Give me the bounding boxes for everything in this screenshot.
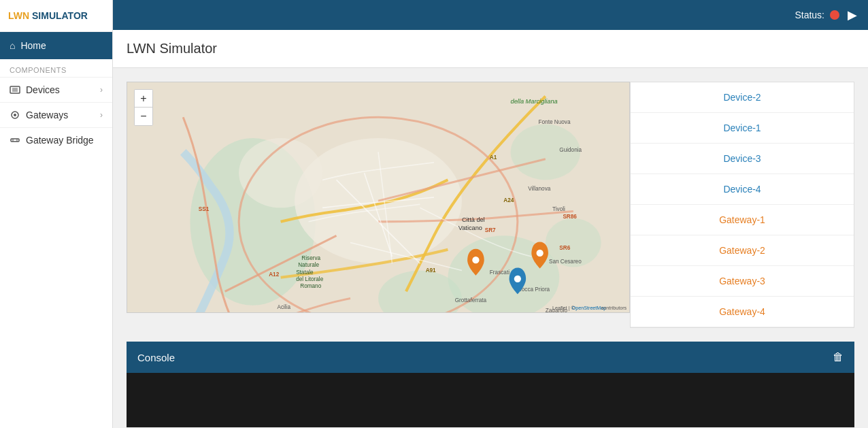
status-dot [830,10,839,20]
app-logo: LWN SIMULATOR [0,0,112,32]
svg-text:della Marcigliana: della Marcigliana [511,98,558,105]
gateways-icon [10,110,20,120]
sidebar: LWN SIMULATOR ⌂ Home COMPONENTS Devices … [0,0,113,428]
svg-text:Villanova: Villanova [528,186,551,192]
sidebar-item-devices[interactable]: Devices › [0,77,112,102]
main-content: Status: ▶ LWN Simulator + − [113,0,868,428]
gateways-label: Gateways [26,110,68,120]
chevron-right-icon: › [100,85,103,95]
svg-text:Guidonia: Guidonia [559,147,582,153]
svg-text:SS1: SS1 [199,206,210,212]
sidebar-item-gateway-bridge[interactable]: Gateway Bridge [0,127,112,152]
components-label: COMPONENTS [0,59,112,77]
sidebar-item-home[interactable]: ⌂ Home [0,32,112,59]
svg-text:Romano: Romano [300,283,321,289]
svg-text:SR86: SR86 [563,214,577,220]
sidebar-item-gateways[interactable]: Gateways › [0,102,112,127]
map-svg: della Marcigliana Fonte Nuova Guidonia V… [127,82,629,312]
gateway-bridge-icon [10,135,20,146]
svg-text:Acilia: Acilia [277,304,290,310]
clear-console-button[interactable]: 🗑 [833,351,844,363]
svg-text:contributors: contributors [601,306,627,311]
device-item-device-2[interactable]: Device-2 [631,82,854,113]
console-section: Console 🗑 [127,342,854,427]
devices-icon [10,84,20,95]
map-container: + − [127,82,630,328]
device-panel: Device-2 Device-1 Device-3 Device-4 Gate… [630,82,854,328]
status-label: Status: [795,10,824,20]
map-zoom-controls: + − [134,89,153,126]
svg-text:Frascati: Frascati [490,269,510,276]
svg-text:Naturale: Naturale [298,262,319,268]
svg-text:Città del: Città del [462,216,485,223]
device-item-device-1[interactable]: Device-1 [631,113,854,144]
zoom-out-button[interactable]: − [135,108,152,125]
svg-text:del Litorale: del Litorale [296,276,324,282]
svg-text:Riserva: Riserva [301,255,320,261]
console-header: Console 🗑 [127,342,854,373]
svg-text:A12: A12 [269,271,279,278]
svg-text:Statale: Statale [296,269,314,276]
svg-text:Tivoli: Tivoli [552,206,565,212]
device-item-gateway-4[interactable]: Gateway-4 [631,297,854,327]
svg-point-50 [472,257,479,263]
logo-sim: SIMULATOR [29,10,88,21]
gateway-bridge-label: Gateway Bridge [26,135,94,146]
content-area: LWN Simulator + − [113,30,868,428]
console-body [127,373,854,427]
home-label: Home [20,40,46,51]
svg-text:Vaticano: Vaticano [458,225,482,231]
page-title: LWN Simulator [127,41,854,56]
device-item-device-4[interactable]: Device-4 [631,174,854,205]
page-title-bar: LWN Simulator [113,30,868,68]
logo-lwn: LWN [8,10,29,21]
devices-label: Devices [26,84,60,95]
svg-point-51 [537,250,544,257]
device-item-gateway-3[interactable]: Gateway-3 [631,266,854,297]
svg-rect-4 [11,139,19,142]
topbar: Status: ▶ [113,0,868,30]
svg-text:A24: A24 [503,197,514,203]
chevron-right-icon-2: › [100,110,103,120]
svg-point-52 [514,276,521,282]
device-item-gateway-2[interactable]: Gateway-2 [631,235,854,266]
svg-point-14 [239,138,322,208]
zoom-in-button[interactable]: + [135,90,152,108]
svg-point-3 [14,114,16,116]
console-title: Console [137,352,175,363]
home-icon: ⌂ [10,40,15,51]
map-section: + − [113,68,868,342]
svg-text:SR7: SR7 [485,227,496,233]
svg-text:SR6: SR6 [559,245,570,251]
sidebar-nav: ⌂ Home COMPONENTS Devices › Gateways › [0,32,112,152]
svg-text:San Cesareo: San Cesareo [549,259,582,265]
svg-text:Grottaferrata: Grottaferrata [455,297,487,303]
device-item-gateway-1[interactable]: Gateway-1 [631,205,854,235]
map-canvas[interactable]: + − [127,82,630,313]
svg-text:A1: A1 [490,154,497,161]
svg-text:A91: A91 [426,267,436,274]
svg-rect-1 [12,88,18,92]
play-button[interactable]: ▶ [848,7,857,22]
svg-text:Fonte Nuova: Fonte Nuova [539,119,571,125]
device-item-device-3[interactable]: Device-3 [631,144,854,174]
